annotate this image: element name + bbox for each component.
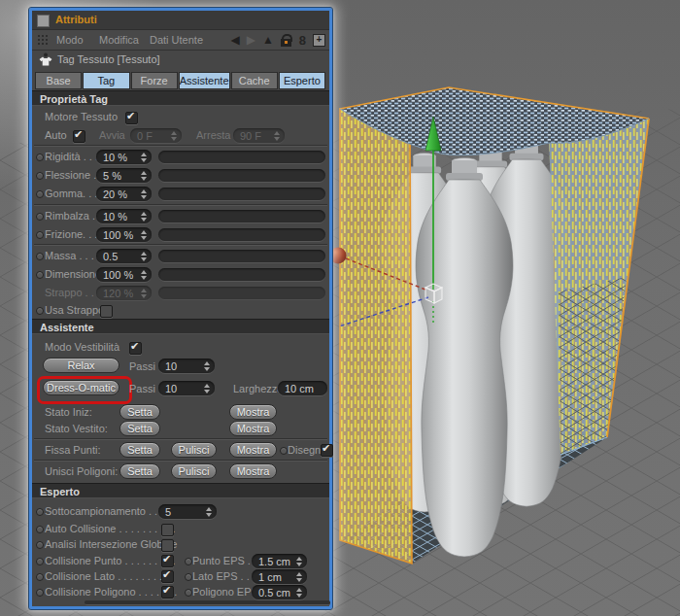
object-header-row[interactable]: Tag Tessuto [Tessuto]: [32, 51, 329, 70]
anim-dot[interactable]: [36, 573, 44, 581]
grip-handle-icon[interactable]: [37, 34, 50, 46]
stato-vestito-setta-button[interactable]: Setta: [119, 421, 160, 436]
massa-slider[interactable]: [158, 250, 325, 262]
anim-dot[interactable]: [36, 307, 44, 315]
anim-dot[interactable]: [36, 154, 44, 161]
cloth-tag-icon: [38, 52, 53, 68]
anim-dot[interactable]: [280, 447, 288, 455]
massa-field[interactable]: 0.5: [96, 249, 152, 263]
auto-checkbox[interactable]: [73, 130, 85, 143]
application-window: { "window": { "title": "Attributi" }, "m…: [0, 0, 680, 616]
menu-modo[interactable]: Modo: [56, 34, 84, 46]
rigidita-slider[interactable]: [158, 151, 325, 163]
usa-strappo-checkbox[interactable]: [100, 305, 113, 318]
panel-title: Attributi: [55, 14, 97, 25]
anim-dot[interactable]: [36, 253, 44, 260]
tab-bar: Base Tag Forze Assistente Cache Esperto: [35, 72, 326, 89]
unisci-pulisci-button[interactable]: Pulisci: [171, 463, 217, 479]
back-arrow-icon[interactable]: ◀: [230, 33, 239, 47]
anim-dot[interactable]: [36, 190, 44, 198]
param-row: Rigidità . . . . 10 %: [32, 148, 329, 167]
poligono-eps-field[interactable]: 0.5 cm: [252, 585, 307, 599]
flessione-field[interactable]: 5 %: [96, 168, 152, 183]
tab-assistente[interactable]: Assistente: [179, 72, 230, 89]
anim-dot[interactable]: [36, 271, 44, 279]
add-icon[interactable]: +: [313, 34, 325, 47]
unisci-setta-button[interactable]: Setta: [119, 463, 160, 479]
param-row: Flessione . . 5 %: [32, 166, 329, 186]
anim-dot[interactable]: [36, 508, 44, 516]
modo-vestibilita-checkbox[interactable]: [129, 342, 142, 355]
dimensione-field[interactable]: 100 %: [96, 267, 152, 282]
rigidita-field[interactable]: 10 %: [96, 150, 152, 164]
section-header-assistente: Assistente: [32, 319, 329, 334]
origin-wire-cube: [425, 284, 442, 303]
relax-passi-field[interactable]: 10: [158, 359, 215, 373]
stato-iniz-setta-button[interactable]: Setta: [119, 404, 160, 420]
dimensione-slider[interactable]: [158, 268, 325, 281]
relax-button[interactable]: Relax: [43, 358, 119, 373]
analisi-checkbox[interactable]: [161, 539, 174, 552]
frizione-slider[interactable]: [158, 228, 325, 241]
disegna-checkbox[interactable]: [321, 444, 333, 457]
unisci-mostra-button[interactable]: Mostra: [229, 463, 277, 479]
lato-eps-field[interactable]: 1 cm: [252, 569, 307, 584]
tab-cache[interactable]: Cache: [231, 72, 278, 89]
flessione-slider[interactable]: [158, 169, 325, 182]
punto-eps-field[interactable]: 1.5 cm: [252, 554, 307, 568]
strappo-field: 120 %: [96, 286, 152, 300]
anim-dot[interactable]: [36, 213, 44, 221]
link-icon[interactable]: 8: [299, 33, 306, 48]
up-arrow-icon[interactable]: ▲: [262, 33, 274, 47]
stato-vestito-mostra-button[interactable]: Mostra: [229, 421, 277, 436]
window-icon[interactable]: [37, 15, 50, 27]
lock-icon[interactable]: [281, 34, 292, 47]
menu-modifica[interactable]: Modifica: [99, 34, 139, 46]
arresta-field[interactable]: 90 F: [233, 128, 285, 143]
avvia-field[interactable]: 0 F: [130, 128, 182, 143]
fissa-setta-button[interactable]: Setta: [119, 442, 160, 458]
anim-dot[interactable]: [36, 526, 44, 533]
forward-arrow-icon[interactable]: ▶: [247, 33, 255, 47]
sottocampionamento-field[interactable]: 5: [158, 504, 217, 519]
frizione-field[interactable]: 100 %: [96, 227, 152, 242]
fissa-pulisci-button[interactable]: Pulisci: [171, 442, 217, 458]
anim-dot[interactable]: [36, 231, 44, 239]
collisione-poligono-checkbox[interactable]: [161, 586, 174, 599]
gomma-slider[interactable]: [158, 188, 325, 200]
param-row: Frizione. . . . 100 %: [32, 225, 329, 245]
tab-tag[interactable]: Tag: [83, 72, 129, 89]
collisione-poligono-row: Collisione Poligono . . . . . . . Poligo…: [32, 583, 329, 602]
anim-dot[interactable]: [36, 541, 44, 549]
param-row: Dimensione 100 %: [32, 265, 329, 285]
tab-esperto[interactable]: Esperto: [279, 72, 325, 89]
collisione-lato-checkbox[interactable]: [161, 570, 174, 583]
anim-dot[interactable]: [185, 558, 192, 565]
collisione-punto-checkbox[interactable]: [161, 555, 174, 567]
anim-dot[interactable]: [185, 589, 192, 597]
x-axis-handle-sphere: [330, 248, 347, 264]
anim-dot[interactable]: [36, 589, 44, 597]
larghezza-field[interactable]: 10 cm: [278, 381, 327, 395]
horizontal-scrollbar[interactable]: [85, 600, 330, 605]
relax-row: Relax Passi 10: [32, 358, 329, 377]
dress-passi-field[interactable]: 10: [158, 381, 215, 395]
bottle-front: [416, 158, 513, 558]
rimbalza-slider[interactable]: [158, 210, 325, 222]
fissa-mostra-button[interactable]: Mostra: [229, 442, 277, 458]
auto-label: Auto: [45, 129, 67, 141]
tab-base[interactable]: Base: [35, 72, 82, 89]
panel-titlebar[interactable]: Attributi: [32, 11, 329, 30]
menu-dati-utente[interactable]: Dati Utente: [150, 34, 203, 46]
rimbalza-field[interactable]: 10 %: [96, 209, 152, 223]
gomma-field[interactable]: 20 %: [96, 187, 152, 201]
motore-tessuto-checkbox[interactable]: [125, 112, 138, 124]
section-header-esperto: Esperto: [32, 483, 329, 498]
anim-dot[interactable]: [36, 558, 44, 565]
anim-dot[interactable]: [36, 172, 44, 180]
anim-dot[interactable]: [185, 573, 192, 581]
dress-o-matic-button[interactable]: Dress-O-matic: [43, 380, 119, 395]
stato-iniz-mostra-button[interactable]: Mostra: [229, 404, 277, 420]
tab-forze[interactable]: Forze: [131, 72, 178, 89]
unisci-poligoni-row: Unisci Poligoni: Setta Pulisci Mostra: [32, 463, 329, 483]
